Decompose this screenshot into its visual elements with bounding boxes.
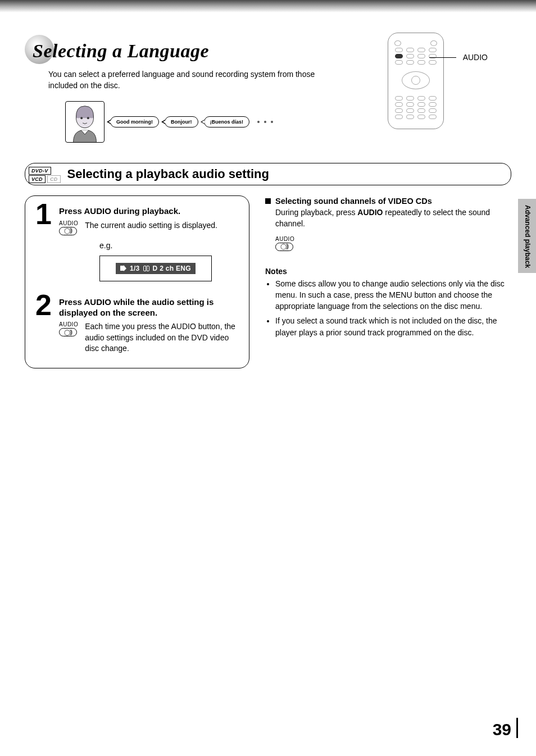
badge-cd: CD (47, 175, 61, 183)
badge-vcd: VCD (29, 175, 46, 183)
remote-callout-label: AUDIO (463, 53, 488, 62)
audio-key-icon: AUDIO ◯)) (59, 221, 78, 235)
top-gradient (0, 0, 536, 12)
section-title: Selecting a playback audio setting (67, 167, 269, 181)
ellipsis-dots (257, 121, 273, 123)
step-number: 2 (35, 290, 50, 320)
steps-box: 1 Press AUDIO during playback. AUDIO ◯))… (25, 195, 249, 368)
content-columns: 1 Press AUDIO during playback. AUDIO ◯))… (25, 195, 511, 368)
square-bullet-icon (265, 198, 271, 204)
format-badges: DVD-V VCD CD (26, 164, 61, 184)
svg-point-1 (80, 117, 83, 119)
speech-bubble: Bonjour! (165, 116, 198, 127)
page: Selecting a Language You can select a pr… (0, 12, 536, 368)
section-heading: DVD-V VCD CD Selecting a playback audio … (25, 163, 511, 185)
page-title: Selecting a Language (33, 40, 209, 62)
remote-diagram: AUDIO (388, 33, 444, 129)
dolby-icon (143, 266, 149, 271)
subsection-text: During playback, press AUDIO repeatedly … (275, 207, 511, 230)
page-intro: You can select a preferred language and … (48, 69, 329, 92)
audio-key-icon: AUDIO ◯)) (59, 322, 78, 336)
speech-icon (120, 266, 126, 271)
step-heading: Press AUDIO during playback. (59, 206, 237, 217)
step-text: Each time you press the AUDIO button, th… (85, 321, 237, 354)
badge-dvdv: DVD-V (29, 167, 51, 175)
step-heading: Press AUDIO while the audio setting is d… (59, 297, 237, 318)
step-1: 1 Press AUDIO during playback. AUDIO ◯))… (38, 206, 237, 281)
subsection-heading: Selecting sound channels of VIDEO CDs (265, 197, 511, 206)
note-item: If you select a sound track which is not… (275, 315, 511, 338)
osd-codec: D 2 ch ENG (153, 265, 191, 272)
notes-list: Some discs allow you to change audio sel… (265, 278, 511, 338)
osd-count: 1/3 (130, 265, 140, 272)
person-icon (65, 101, 105, 143)
speech-bubble: ¡Buenos días! (204, 116, 250, 127)
note-item: Some discs allow you to change audio sel… (275, 278, 511, 312)
step-text: The current audio setting is displayed. (85, 220, 217, 231)
step-2: 2 Press AUDIO while the audio setting is… (38, 297, 237, 354)
side-tab-label: Advanced playback (524, 205, 532, 268)
header-area: Selecting a Language You can select a pr… (25, 28, 511, 163)
osd-screen: 1/3 D 2 ch ENG (99, 256, 212, 281)
remote-audio-button (395, 54, 403, 58)
svg-point-2 (87, 117, 89, 119)
step-number: 1 (35, 199, 50, 229)
speech-bubble: Good morning! (110, 116, 159, 127)
right-column: Selecting sound channels of VIDEO CDs Du… (265, 195, 511, 341)
audio-key-icon: AUDIO ◯)) (275, 236, 294, 251)
page-number: 39 (493, 720, 511, 739)
language-illustration: Good morning! Bonjour! ¡Buenos días! (65, 101, 273, 143)
example-label: e.g. (99, 241, 237, 250)
osd-readout: 1/3 D 2 ch ENG (116, 263, 196, 274)
notes-heading: Notes (265, 267, 511, 276)
remote-outline (388, 33, 444, 129)
page-number-divider (516, 718, 518, 738)
